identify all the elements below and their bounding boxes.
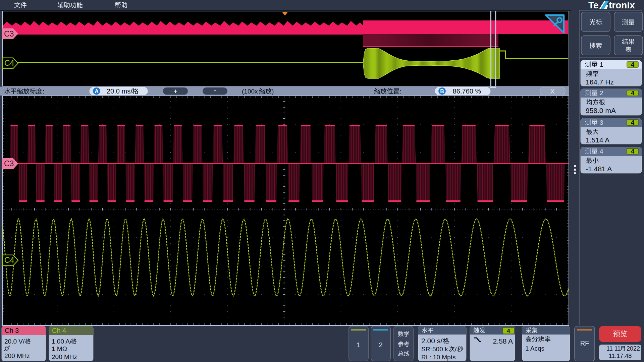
svg-text:X: X — [550, 88, 555, 95]
svg-text:C4: C4 — [4, 59, 14, 67]
svg-text:2022: 2022 — [627, 345, 640, 352]
svg-text:2: 2 — [600, 89, 603, 97]
svg-text:C4: C4 — [4, 256, 14, 264]
svg-text:11:17:48: 11:17:48 — [609, 353, 632, 359]
svg-text:200 MHz: 200 MHz — [4, 352, 30, 359]
svg-text:11 11: 11 11 — [606, 345, 621, 352]
svg-text:200 MHz: 200 MHz — [52, 353, 77, 360]
svg-text:3: 3 — [600, 119, 603, 126]
svg-text::: : — [399, 88, 401, 95]
svg-text:4: 4 — [600, 148, 603, 155]
svg-text:Ch 4: Ch 4 — [52, 327, 66, 334]
svg-text:1: 1 — [357, 341, 361, 349]
svg-text:164.7 Hz: 164.7 Hz — [586, 78, 614, 86]
svg-text:1 MΩ: 1 MΩ — [52, 345, 67, 352]
svg-text:86.760 %: 86.760 % — [453, 87, 481, 95]
svg-text:RL: 10 Mpts: RL: 10 Mpts — [421, 354, 455, 361]
svg-text:+: + — [173, 87, 177, 95]
svg-text:2.58 A: 2.58 A — [493, 337, 513, 345]
svg-text:tronix: tronix — [609, 0, 635, 10]
svg-text:4: 4 — [507, 328, 510, 334]
svg-text:4: 4 — [631, 90, 634, 97]
svg-text:RF: RF — [580, 340, 589, 347]
svg-text:1.00 A/: 1.00 A/ — [52, 338, 72, 345]
svg-text:-: - — [214, 87, 216, 94]
svg-text:(100x: (100x — [242, 88, 258, 95]
svg-text:20.0 ms/: 20.0 ms/ — [107, 87, 132, 95]
svg-text:SR:: SR: — [421, 346, 432, 353]
svg-text:4: 4 — [631, 119, 634, 126]
svg-text:Te: Te — [588, 0, 599, 10]
svg-text:C3: C3 — [4, 159, 14, 168]
svg-text:C3: C3 — [4, 29, 14, 38]
svg-text:A: A — [95, 88, 99, 94]
svg-text:20.0 V/: 20.0 V/ — [4, 338, 25, 345]
svg-text:2: 2 — [379, 341, 383, 349]
svg-text:1.514 A: 1.514 A — [586, 136, 609, 144]
svg-text:1 Acqs: 1 Acqs — [525, 345, 544, 352]
svg-text:4: 4 — [631, 148, 634, 155]
svg-text:B: B — [440, 88, 444, 94]
svg-text:1: 1 — [600, 61, 603, 68]
svg-text::: : — [43, 88, 44, 95]
svg-text:Ch 3: Ch 3 — [5, 327, 19, 334]
svg-text:4: 4 — [631, 61, 634, 68]
svg-text:/: / — [455, 346, 457, 353]
svg-text:): ) — [272, 88, 274, 95]
svg-text:500 k: 500 k — [432, 346, 448, 353]
svg-text:-1.481 A: -1.481 A — [586, 165, 612, 173]
svg-text:958.0 mA: 958.0 mA — [586, 107, 616, 114]
svg-text:2.00 s/: 2.00 s/ — [421, 337, 442, 345]
